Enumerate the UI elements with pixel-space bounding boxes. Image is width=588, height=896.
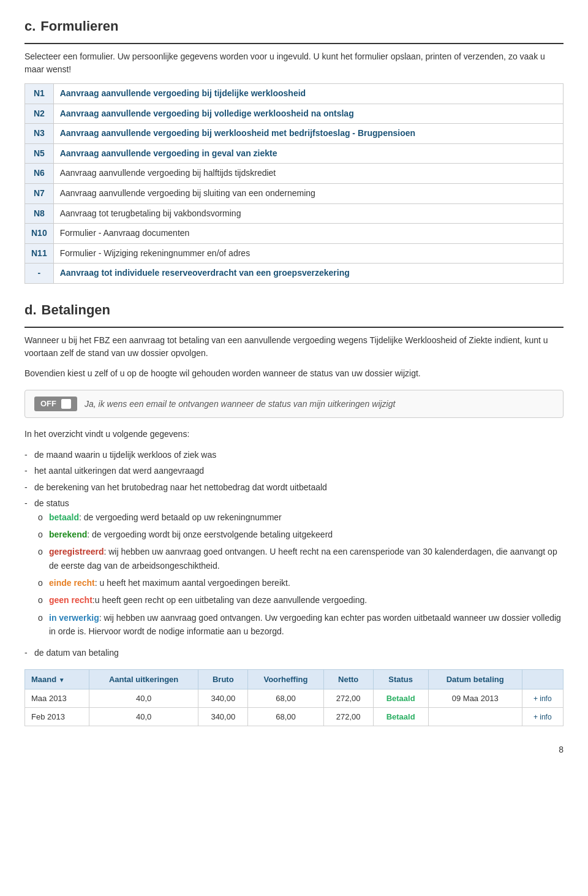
toggle-description: Ja, ik wens een email te ontvangen wanne… — [85, 399, 395, 409]
cell-netto: 272,00 — [323, 708, 373, 726]
toggle-knob — [61, 399, 71, 409]
col-header-status: Status — [373, 670, 428, 689]
section-d-header: d. Betalingen — [24, 302, 564, 328]
cell-voorheffing: 68,00 — [248, 689, 324, 708]
status-item-einde: einde recht: u heeft het maximum aantal … — [34, 576, 564, 590]
section-c: c. Formulieren Selecteer een formulier. … — [24, 18, 564, 284]
cell-aantal: 40,0 — [89, 708, 198, 726]
payment-row: Feb 201340,0340,0068,00272,00Betaald+ in… — [25, 708, 564, 726]
status-circle-list: betaald: de vergoeding werd betaald op u… — [34, 511, 564, 639]
dash-item: het aantal uitkeringen dat werd aangevra… — [24, 464, 564, 477]
status-item-betaald: betaald: de vergoeding werd betaald op u… — [34, 511, 564, 524]
col-header-maand[interactable]: Maand ▼ — [25, 670, 89, 689]
toggle-off-button[interactable]: OFF — [34, 397, 77, 411]
cell-info[interactable]: + info — [522, 708, 563, 726]
col-header-netto: Netto — [323, 670, 373, 689]
col-header-bruto: Bruto — [198, 670, 248, 689]
formulier-code: N11 — [25, 243, 54, 264]
dash-item: de maand waarin u tijdelijk werkloos of … — [24, 448, 564, 461]
formulier-label: Formulier - Wijziging rekeningnummer en/… — [53, 243, 563, 264]
formulier-label: Aanvraag tot terugbetaling bij vakbondsv… — [53, 203, 563, 224]
dash-item: de statusbetaald: de vergoeding werd bet… — [24, 496, 564, 639]
cell-bruto: 340,00 — [198, 708, 248, 726]
toggle-state-label: OFF — [40, 399, 56, 408]
cell-bruto: 340,00 — [198, 689, 248, 708]
status-key-verwerkig: in verwerkig — [49, 613, 99, 623]
formulier-code: N5 — [25, 143, 54, 164]
section-c-header: c. Formulieren — [24, 18, 564, 44]
info-link[interactable]: + info — [533, 713, 552, 721]
formulier-label: Formulier - Aanvraag documenten — [53, 224, 563, 244]
cell-datum: 09 Maa 2013 — [428, 689, 522, 708]
payments-table: Maand ▼Aantal uitkeringenBrutoVoorheffin… — [24, 669, 564, 726]
info-link[interactable]: + info — [533, 694, 552, 703]
formulier-label[interactable]: Aanvraag aanvullende vergoeding bij voll… — [53, 104, 563, 124]
cell-aantal: 40,0 — [89, 689, 198, 708]
status-item-geregistreerd: geregistreerd: wij hebben uw aanvraag go… — [34, 545, 564, 572]
status-value: Betaald — [386, 712, 415, 721]
formulier-label[interactable]: Aanvraag aanvullende vergoeding bij tijd… — [53, 84, 563, 104]
col-header-aantal: Aantal uitkeringen — [89, 670, 198, 689]
section-c-intro: Selecteer een formulier. Uw persoonlijke… — [24, 50, 564, 76]
status-key-berekend: berekend — [49, 530, 87, 539]
status-key-betaald: betaald — [49, 512, 79, 522]
formulier-label[interactable]: Aanvraag tot individuele reserveoverdrac… — [53, 264, 563, 284]
section-c-label: c. — [24, 18, 36, 34]
cell-datum — [428, 708, 522, 726]
formulier-label[interactable]: Aanvraag aanvullende vergoeding bij werk… — [53, 124, 563, 144]
col-header-voorheffing: Voorheffing — [248, 670, 324, 689]
datum-dash-list: de datum van betaling — [24, 646, 564, 659]
formulier-code: N1 — [25, 84, 54, 104]
formulier-code: N3 — [25, 124, 54, 144]
formulier-code: N7 — [25, 183, 54, 203]
formulier-label[interactable]: Aanvraag aanvullende vergoeding in geval… — [53, 143, 563, 164]
cell-maand: Maa 2013 — [25, 689, 89, 708]
formulieren-table: N1Aanvraag aanvullende vergoeding bij ti… — [24, 83, 564, 284]
col-header-info — [522, 670, 563, 689]
email-toggle-row[interactable]: OFF Ja, ik wens een email te ontvangen w… — [24, 390, 564, 418]
status-item-geen: geen recht:u heeft geen recht op een uit… — [34, 593, 564, 607]
status-item-verwerkig: in verwerkig: wij hebben uw aanvraag goe… — [34, 611, 564, 639]
cell-info[interactable]: + info — [522, 689, 563, 708]
formulier-code: N8 — [25, 203, 54, 224]
status-value: Betaald — [386, 694, 415, 703]
section-d-para2: Bovendien kiest u zelf of u op de hoogte… — [24, 367, 564, 380]
formulier-code: - — [25, 264, 54, 284]
cell-maand: Feb 2013 — [25, 708, 89, 726]
cell-status: Betaald — [373, 689, 428, 708]
cell-netto: 272,00 — [323, 689, 373, 708]
cell-voorheffing: 68,00 — [248, 708, 324, 726]
formulier-code: N2 — [25, 104, 54, 124]
formulier-code: N10 — [25, 224, 54, 244]
status-key-geregistreerd: geregistreerd — [49, 547, 104, 556]
overview-intro: In het overzicht vindt u volgende gegeve… — [24, 428, 564, 441]
sort-arrow-maand: ▼ — [59, 677, 65, 683]
datum-item: de datum van betaling — [24, 646, 564, 659]
section-d-para1: Wanneer u bij het FBZ een aanvraag tot b… — [24, 334, 564, 360]
section-c-title: Formulieren — [40, 18, 118, 34]
status-key-einde: einde recht — [49, 578, 95, 588]
status-item-berekend: berekend: de vergoeding wordt bij onze e… — [34, 528, 564, 541]
formulier-label: Aanvraag aanvullende vergoeding bij half… — [53, 164, 563, 184]
section-d: d. Betalingen Wanneer u bij het FBZ een … — [24, 302, 564, 726]
page-number: 8 — [24, 745, 564, 754]
formulier-label: Aanvraag aanvullende vergoeding bij slui… — [53, 183, 563, 203]
cell-status: Betaald — [373, 708, 428, 726]
overview-dash-list: de maand waarin u tijdelijk werkloos of … — [24, 448, 564, 639]
payment-row: Maa 201340,0340,0068,00272,00Betaald09 M… — [25, 689, 564, 708]
dash-item: de berekening van het brutobedrag naar h… — [24, 480, 564, 494]
section-d-title: Betalingen — [42, 302, 110, 318]
section-d-label: d. — [24, 302, 37, 318]
formulier-code: N6 — [25, 164, 54, 184]
status-key-geen: geen recht — [49, 595, 92, 605]
col-header-datum: Datum betaling — [428, 670, 522, 689]
